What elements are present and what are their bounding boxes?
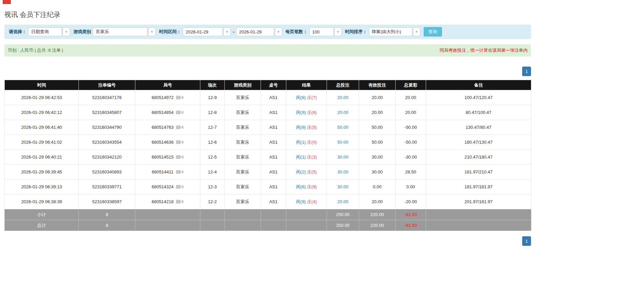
cell-time: 2026-01-29 06:42:53 [5,90,79,105]
cell-bet-id: 523160339771 [79,180,135,194]
chevron-down-icon[interactable]: ▼ [63,27,70,36]
cell-table: AS1 [261,150,286,165]
video-replay-icon[interactable] [176,154,184,160]
video-replay-icon[interactable] [176,95,184,100]
cell-session: 12-6 [200,135,225,150]
col-header-total-bet: 总投注 [327,80,359,90]
cell-total-bet: 20.00 [327,105,359,120]
cell-note: 201.97/181.97 [426,194,531,209]
result-banker: 庄(3) [307,155,317,160]
col-header-time: 时间 [5,80,79,90]
cell-game: 百家乐 [225,135,261,150]
cell-note: 181.97/210.47 [426,165,531,180]
total-bet-link[interactable]: 30.00 [337,155,349,160]
table-row: 2026-01-29 06:39:13 523160339771 6805143… [5,180,531,194]
cell-bet-id: 523160343554 [79,135,135,150]
chevron-down-icon[interactable]: ▼ [223,27,231,36]
subtotal-valid-bet: 220.00 [359,209,396,220]
cell-bet-id: 523160345807 [79,105,135,120]
video-replay-icon[interactable] [176,199,184,205]
col-header-result: 结果 [286,80,327,90]
search-button[interactable]: 查询 [424,27,442,37]
valid-bet-notice: 同局有效投注，统一计算在该局第一张注单内 [440,47,528,53]
chevron-down-icon[interactable]: ▼ [334,27,342,36]
cell-note: 130.47/80.47 [426,120,531,135]
select-type-input[interactable] [28,27,62,36]
cell-table: AS1 [261,165,286,180]
main-content: 视讯 会员下注纪录 请选择： ▼ 游戏类别 ▼ 时间区间： ▼ ~ ▼ 每页笔数… [4,10,531,246]
result-banker: 庄(7) [307,95,317,100]
cell-round: 680514324 [135,180,200,194]
total-bet-link[interactable]: 20.00 [337,199,349,204]
cell-payout: 28.50 [396,165,426,180]
result-player: 闲(1) [296,155,306,160]
subtotal-payout: -81.50 [396,209,426,220]
video-replay-icon[interactable] [176,169,184,175]
chevron-down-icon[interactable]: ▼ [275,27,282,36]
date-to-combo: ▼ [236,27,282,36]
col-header-session: 场次 [200,80,225,90]
round-number: 680514636 [152,140,174,145]
col-header-valid-bet: 有效投注 [359,80,396,90]
cell-round: 680514763 [135,120,200,135]
cell-session: 12-4 [200,165,225,180]
result-banker: 庄(6) [307,184,317,189]
total-count: 8 [79,220,135,231]
round-number: 680514218 [152,199,174,204]
per-page-input[interactable] [309,27,334,36]
cell-session: 12-5 [200,150,225,165]
game-type-input[interactable] [93,27,148,36]
total-bet-link[interactable]: 20.00 [337,110,349,115]
cell-payout: 20.00 [396,90,426,105]
filter-bar: 请选择： ▼ 游戏类别 ▼ 时间区间： ▼ ~ ▼ 每页笔数： ▼ 时间排序： … [4,25,531,39]
pagination-page-1-bottom[interactable]: 1 [522,236,531,246]
cell-valid-bet: 50.00 [359,135,396,150]
video-replay-icon[interactable] [176,110,184,115]
total-bet-link[interactable]: 30.00 [337,184,349,189]
col-header-game: 游戏类别 [225,80,261,90]
cell-session: 12-9 [200,90,225,105]
date-to-input[interactable] [236,27,274,36]
cell-round: 680514636 [135,135,200,150]
total-bet-link[interactable]: 20.00 [337,95,349,100]
cell-valid-bet: 30.00 [359,150,396,165]
cell-note: 180.47/130.47 [426,135,531,150]
cell-table: AS1 [261,120,286,135]
video-replay-icon[interactable] [176,124,184,130]
per-page-label: 每页笔数： [286,29,308,35]
cell-total-bet: 20.00 [327,90,359,105]
cell-total-bet: 50.00 [327,120,359,135]
result-player: 闲(9) [296,125,306,130]
sort-order-input[interactable] [369,27,412,36]
grand-total-row: 总计 8 250.00 220.00 -81.50 [5,220,531,231]
total-bet-link[interactable]: 30.00 [337,169,349,174]
total-bet-link[interactable]: 50.00 [337,125,349,130]
cell-session: 12-2 [200,194,225,209]
subtotal-label: 小计 [5,209,79,220]
video-replay-icon[interactable] [176,184,184,190]
chevron-down-icon[interactable]: ▼ [148,27,156,36]
pagination-page-1[interactable]: 1 [522,67,531,76]
select-type-combo: ▼ [28,27,70,36]
result-player: 闲(9) [296,199,306,204]
result-banker: 庄(6) [307,110,317,115]
cell-payout: -50.00 [396,120,426,135]
cell-result: 闲(1) 庄(0) [286,135,327,150]
pagination-bottom: 1 [4,236,531,246]
pagination-top: 1 [4,67,531,76]
date-from-combo: ▼ [183,27,231,36]
time-range-label: 时间区间： [159,29,181,35]
summary-bar: 币别 : 人民币 | 总共 :8 注单 | 同局有效投注，统一计算在该局第一张注… [4,44,531,56]
date-from-input[interactable] [183,27,223,36]
total-bet-link[interactable]: 50.00 [337,140,349,145]
cell-table: AS1 [261,90,286,105]
cell-result: 闲(9) 庄(6) [286,105,327,120]
cell-result: 闲(9) 庄(4) [286,194,327,209]
subtotal-total-bet: 250.00 [327,209,359,220]
video-replay-icon[interactable] [176,139,184,145]
cell-game: 百家乐 [225,105,261,120]
select-type-label: 请选择： [9,29,26,35]
cell-session: 12-3 [200,180,225,194]
chevron-down-icon[interactable]: ▼ [413,27,420,36]
col-header-table: 桌号 [261,80,286,90]
